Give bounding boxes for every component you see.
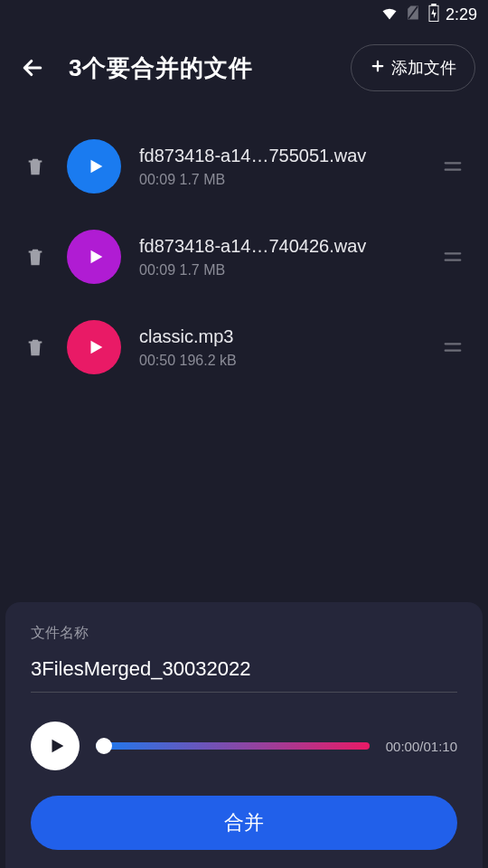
file-meta: 00:50 196.2 kB xyxy=(139,353,421,369)
slider-thumb[interactable] xyxy=(96,738,112,754)
file-row: classic.mp3 00:50 196.2 kB xyxy=(0,302,488,392)
preview-player: 00:00/01:10 xyxy=(31,722,457,770)
filename-label: 文件名称 xyxy=(31,624,457,643)
file-name: fd873418-a14…755051.wav xyxy=(139,146,421,166)
drag-handle-icon[interactable] xyxy=(439,334,466,361)
preview-time: 00:00/01:10 xyxy=(386,739,457,754)
file-list: fd873418-a14…755051.wav 00:09 1.7 MB fd8… xyxy=(0,107,488,407)
page-title: 3个要合并的文件 xyxy=(69,52,334,84)
output-panel: 文件名称 00:00/01:10 合并 xyxy=(5,602,483,868)
file-play-button[interactable] xyxy=(67,320,121,374)
delete-button[interactable] xyxy=(22,334,49,361)
drag-handle-icon[interactable] xyxy=(439,153,466,180)
wifi-icon xyxy=(380,4,399,26)
app-header: 3个要合并的文件 添加文件 xyxy=(0,29,488,107)
delete-button[interactable] xyxy=(22,153,49,180)
slider-track xyxy=(96,742,370,750)
preview-play-button[interactable] xyxy=(31,722,80,770)
file-info: classic.mp3 00:50 196.2 kB xyxy=(139,326,421,369)
preview-slider[interactable] xyxy=(96,741,370,750)
drag-handle-icon[interactable] xyxy=(439,243,466,270)
battery-icon xyxy=(427,4,440,26)
delete-button[interactable] xyxy=(22,243,49,270)
file-row: fd873418-a14…755051.wav 00:09 1.7 MB xyxy=(0,121,488,212)
file-name: fd873418-a14…740426.wav xyxy=(139,236,421,257)
file-meta: 00:09 1.7 MB xyxy=(139,172,421,188)
file-play-button[interactable] xyxy=(67,139,121,193)
file-info: fd873418-a14…755051.wav 00:09 1.7 MB xyxy=(139,146,421,188)
add-file-button[interactable]: 添加文件 xyxy=(351,44,475,91)
sim-icon xyxy=(404,4,422,26)
file-info: fd873418-a14…740426.wav 00:09 1.7 MB xyxy=(139,236,421,278)
status-bar: 2:29 xyxy=(0,0,488,29)
svg-rect-1 xyxy=(431,4,436,5)
filename-input[interactable] xyxy=(31,652,457,693)
file-play-button[interactable] xyxy=(67,230,121,284)
status-time: 2:29 xyxy=(446,5,477,24)
file-row: fd873418-a14…740426.wav 00:09 1.7 MB xyxy=(0,212,488,302)
plus-icon xyxy=(370,58,386,79)
file-meta: 00:09 1.7 MB xyxy=(139,262,421,278)
merge-button[interactable]: 合并 xyxy=(31,796,457,850)
file-name: classic.mp3 xyxy=(139,326,421,347)
add-file-label: 添加文件 xyxy=(391,57,456,79)
back-button[interactable] xyxy=(13,48,52,88)
